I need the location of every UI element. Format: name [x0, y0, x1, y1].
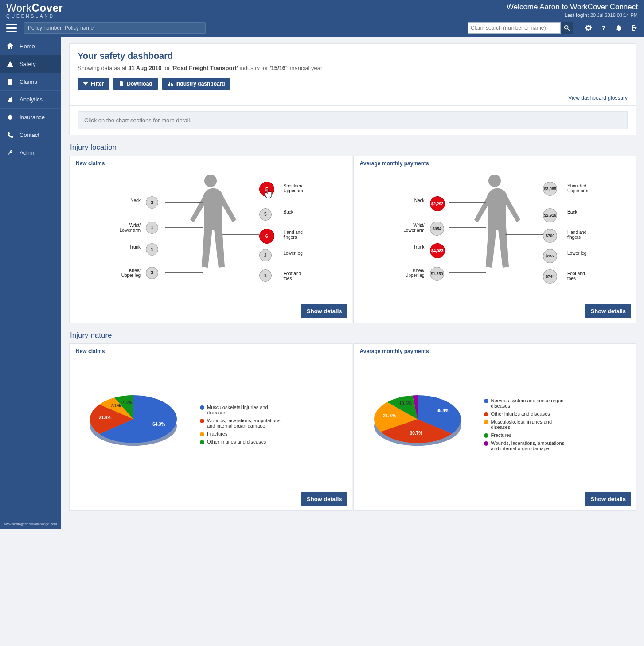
- topbar: WorkCover QUEENSLAND Welcome Aaron to Wo…: [0, 0, 644, 37]
- svg-text:7.1%: 7.1%: [122, 400, 132, 405]
- body-label-knee: Knee/Upper leg: [405, 268, 424, 278]
- sidebar-item-analytics[interactable]: Analytics: [0, 90, 61, 108]
- sidebar-item-label: Claims: [20, 78, 37, 85]
- pie-chart-new-claims[interactable]: 64.3%21.4%7.1%7.1%: [76, 367, 191, 482]
- body-dot-hand[interactable]: 6: [259, 229, 274, 244]
- document-icon: [6, 78, 14, 86]
- brand-subtitle: QUEENSLAND: [6, 14, 63, 19]
- barchart-icon: [6, 96, 14, 104]
- body-dot-foot[interactable]: $744: [543, 269, 557, 284]
- show-details-button[interactable]: Show details: [301, 304, 347, 318]
- card-injury-location-avg-pay: Average monthly payments $2,292Neck$954W…: [353, 156, 636, 323]
- sidebar-item-contact[interactable]: Contact: [0, 126, 61, 144]
- search-input[interactable]: [468, 22, 561, 34]
- body-label-back: Back: [284, 210, 293, 214]
- svg-text:7.1%: 7.1%: [111, 403, 121, 408]
- card-title: New claims: [76, 348, 346, 354]
- svg-text:30.7%: 30.7%: [410, 431, 422, 436]
- svg-text:21.6%: 21.6%: [383, 413, 395, 418]
- show-details-button[interactable]: Show details: [585, 492, 631, 506]
- download-icon: [119, 81, 124, 86]
- warning-icon: [6, 60, 14, 68]
- svg-text:10.5%: 10.5%: [399, 401, 411, 406]
- industry-dashboard-button[interactable]: Industry dashboard: [162, 78, 230, 90]
- body-dot-knee[interactable]: 3: [146, 267, 158, 279]
- body-dot-wrist[interactable]: $954: [430, 222, 444, 236]
- page-subtitle: Showing data as at 31 Aug 2016 for 'Road…: [78, 65, 628, 71]
- body-dot-neck[interactable]: $2,292: [430, 196, 445, 211]
- menu-icon[interactable]: [6, 24, 17, 32]
- section-title-injury-location: Injury location: [70, 143, 636, 152]
- body-dot-lowerleg[interactable]: 3: [259, 249, 272, 261]
- body-dot-hand[interactable]: $700: [543, 229, 557, 243]
- swatch: [200, 419, 204, 423]
- bell-icon[interactable]: [615, 24, 623, 32]
- pie-chart-avg-pay[interactable]: 35.4%30.7%21.6%10.5%: [360, 367, 475, 482]
- body-dot-wrist[interactable]: 1: [146, 222, 158, 234]
- main-content: Your safety dashboard Showing data as at…: [61, 37, 644, 529]
- download-button[interactable]: Download: [113, 78, 157, 90]
- body-diagram-new-claims[interactable]: 3Neck1Wrist/Lower arm1Trunk3Knee/Upper l…: [76, 170, 346, 316]
- sidebar-item-home[interactable]: Home: [0, 37, 61, 55]
- body-dot-knee[interactable]: $1,359: [430, 267, 444, 281]
- policy-number: Policy number: [28, 25, 62, 31]
- show-details-button[interactable]: Show details: [585, 304, 631, 318]
- card-title: Average monthly payments: [360, 160, 630, 167]
- body-dot-neck[interactable]: 3: [146, 196, 158, 209]
- swatch: [200, 432, 204, 436]
- body-dot-foot[interactable]: 1: [259, 269, 272, 282]
- swatch: [484, 441, 488, 446]
- legend-item: Fractures: [200, 431, 284, 436]
- badge-icon: [6, 113, 14, 121]
- svg-text:35.4%: 35.4%: [436, 408, 449, 413]
- legend-avg-pay: Nervous system and sense organ diseasesO…: [484, 398, 568, 451]
- sidebar-item-label: Safety: [20, 61, 36, 67]
- body-dot-trunk[interactable]: 1: [146, 243, 158, 256]
- lastlogin-value: 20 Jul 2016 03:14 PM: [590, 12, 638, 18]
- legend-item: Wounds, lacerations, amputations and int…: [484, 440, 568, 451]
- brand-work: Work: [6, 2, 32, 14]
- welcome-post: to WorkCover Connect: [560, 3, 638, 11]
- gear-icon[interactable]: [585, 24, 593, 32]
- filter-button[interactable]: Filter: [78, 78, 109, 90]
- body-dot-shoulder[interactable]: $3,085: [543, 182, 557, 196]
- body-label-lowerleg: Lower leg: [284, 251, 303, 256]
- svg-line-1: [568, 29, 570, 31]
- logout-icon[interactable]: [630, 24, 638, 32]
- sidebar-item-claims[interactable]: Claims: [0, 73, 61, 90]
- body-label-knee: Knee/Upper leg: [121, 268, 141, 278]
- body-dot-back[interactable]: $2,916: [543, 208, 557, 222]
- sidebar: Home Safety Claims Analytics Insurance C…: [0, 37, 61, 529]
- body-label-lowerleg: Lower leg: [567, 251, 586, 256]
- sidebar-item-label: Insurance: [20, 114, 45, 121]
- section-title-injury-nature: Injury nature: [70, 331, 636, 340]
- svg-point-0: [565, 26, 568, 29]
- sidebar-item-safety[interactable]: Safety: [0, 55, 61, 73]
- body-dot-back[interactable]: 5: [259, 208, 272, 221]
- barchart-icon: [168, 81, 173, 86]
- policy-selector[interactable]: Policy number Policy name: [24, 22, 206, 34]
- swatch: [484, 399, 488, 403]
- body-label-hand: Hand andfingers: [284, 230, 303, 240]
- cursor-icon: [265, 188, 273, 198]
- legend-item: Nervous system and sense organ diseases: [484, 398, 568, 409]
- legend-item: Wounds, lacerations, amputations and int…: [200, 418, 284, 428]
- body-label-shoulder: Shoulder/Upper arm: [567, 183, 588, 193]
- phone-icon: [6, 131, 14, 139]
- sidebar-item-label: Admin: [20, 149, 36, 156]
- search-icon: [564, 25, 570, 31]
- sidebar-item-admin[interactable]: Admin: [0, 144, 61, 161]
- body-diagram-avg-pay[interactable]: $2,292Neck$954Wrist/Lower arm$4,083Trunk…: [360, 170, 630, 316]
- search-button[interactable]: [561, 22, 573, 34]
- body-dot-trunk[interactable]: $4,083: [430, 243, 445, 258]
- show-details-button[interactable]: Show details: [301, 492, 347, 506]
- sidebar-item-insurance[interactable]: Insurance: [0, 108, 61, 126]
- help-icon[interactable]: ?: [600, 24, 608, 32]
- body-dot-lowerleg[interactable]: $159: [543, 249, 557, 263]
- glossary-link[interactable]: View dashboard glossary: [568, 95, 628, 101]
- legend-item: Other injuries and diseases: [484, 411, 568, 416]
- card-title: New claims: [76, 160, 346, 167]
- brand-cover: Cover: [32, 2, 63, 14]
- svg-text:21.4%: 21.4%: [99, 415, 111, 420]
- swatch: [484, 420, 488, 424]
